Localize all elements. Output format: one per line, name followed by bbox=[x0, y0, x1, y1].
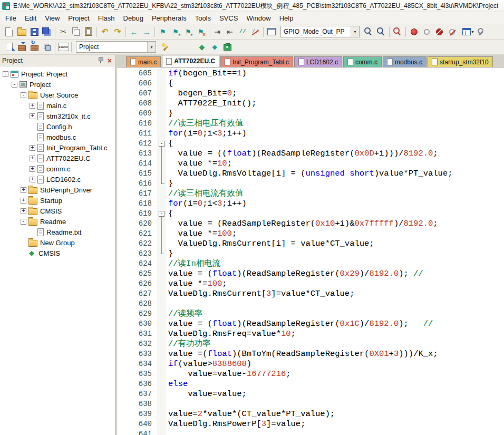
menu-project[interactable]: Project bbox=[64, 13, 93, 23]
bookmark-prev-button[interactable] bbox=[169, 25, 182, 38]
tree-item-stdperiph-driver[interactable]: +StdPeriph_Driver bbox=[0, 185, 115, 195]
code-line-620[interactable]: 620 value = (ReadSampleRegister(0x10+i)&… bbox=[117, 219, 504, 229]
tree-item-readme[interactable]: -Readme bbox=[0, 216, 115, 227]
code-line-631[interactable]: 631ValueDlg.RmsFreq=value*10; bbox=[117, 329, 504, 339]
expand-icon[interactable]: + bbox=[30, 177, 35, 182]
expand-icon[interactable]: + bbox=[21, 187, 26, 193]
code-line-609[interactable]: 609} bbox=[117, 109, 504, 119]
save-all-button[interactable] bbox=[41, 25, 53, 38]
redo-button[interactable] bbox=[111, 25, 124, 38]
collapse-icon[interactable]: - bbox=[3, 71, 8, 77]
tree-item-cmsis[interactable]: +CMSIS bbox=[0, 248, 115, 258]
code-line-622[interactable]: 622 ValueDlg.RmsCurrent[i] = value*CT_va… bbox=[117, 239, 504, 249]
code-line-629[interactable]: 629//读频率 bbox=[117, 309, 504, 319]
expand-icon[interactable]: + bbox=[30, 113, 35, 119]
find-button[interactable] bbox=[375, 25, 387, 38]
menu-peripherals[interactable]: Peripherals bbox=[148, 13, 191, 23]
configure-button[interactable] bbox=[474, 25, 487, 38]
cut-button[interactable] bbox=[57, 25, 70, 38]
navigate-back-button[interactable] bbox=[128, 25, 140, 38]
build-button[interactable] bbox=[15, 41, 28, 53]
code-line-632[interactable]: 632//有功功率 bbox=[117, 339, 504, 349]
tab-modbus-c[interactable]: modbus.c bbox=[383, 56, 427, 67]
open-file-button[interactable] bbox=[15, 25, 28, 38]
code-line-635[interactable]: 635 value=value-16777216; bbox=[117, 369, 504, 379]
multi-project-button[interactable] bbox=[208, 41, 221, 53]
tab-lcd1602-c[interactable]: LCD1602.c bbox=[294, 56, 342, 67]
manage-rte-button[interactable] bbox=[196, 41, 208, 53]
tree-item-modbus-c[interactable]: +modbus.c bbox=[0, 132, 115, 142]
tree-item-lcd1602-c[interactable]: +LCD1602.c bbox=[0, 174, 115, 185]
code-line-640[interactable]: 640ValueDlg.RmsPowerP[3]=value; bbox=[117, 419, 504, 429]
expand-icon[interactable]: + bbox=[30, 166, 35, 172]
enable-disable-breakpoint-button[interactable] bbox=[420, 25, 433, 38]
uncomment-selection-button[interactable] bbox=[249, 25, 261, 38]
insert-breakpoint-button[interactable] bbox=[408, 25, 420, 38]
collapse-icon[interactable]: - bbox=[12, 82, 17, 88]
options-for-target-button[interactable] bbox=[159, 41, 171, 53]
batch-build-button[interactable] bbox=[41, 41, 53, 53]
pack-installer-button[interactable] bbox=[221, 41, 234, 53]
bookmark-next-button[interactable] bbox=[182, 25, 195, 38]
window-layout-button[interactable]: ▾ bbox=[462, 25, 474, 38]
code-line-626[interactable]: 626value *=100; bbox=[117, 279, 504, 289]
paste-button[interactable] bbox=[82, 25, 95, 38]
menu-flash[interactable]: Flash bbox=[94, 13, 119, 23]
tab-main-c[interactable]: main.c bbox=[126, 56, 161, 67]
tab-comm-c[interactable]: comm.c bbox=[343, 56, 382, 67]
target-select-combo[interactable]: Project▾ bbox=[76, 41, 156, 53]
tree-item-project-project[interactable]: -Project: Project bbox=[0, 69, 115, 79]
menu-window[interactable]: Window bbox=[242, 13, 275, 23]
expand-icon[interactable]: + bbox=[21, 198, 26, 204]
disable-all-breakpoints-button[interactable] bbox=[445, 25, 458, 38]
code-line-614[interactable]: 614 value *=10; bbox=[117, 159, 504, 169]
tree-item-cmsis[interactable]: +CMSIS bbox=[0, 206, 115, 216]
menu-edit[interactable]: Edit bbox=[21, 13, 41, 23]
title-bar[interactable]: E:\Me_WORK\A22_stm32f103C8T6_AT7022EU_KF… bbox=[0, 0, 504, 12]
menu-tools[interactable]: Tools bbox=[191, 13, 215, 23]
code-line-615[interactable]: 615 ValueDlg.RmsVoltage[i] = (unsigned s… bbox=[117, 169, 504, 179]
code-line-636[interactable]: 636else bbox=[117, 379, 504, 389]
code-line-641[interactable]: 641 bbox=[117, 429, 504, 435]
tree-item-init-program-tabl-c[interactable]: +Init_Program_Tabl.c bbox=[0, 142, 115, 153]
fold-collapse-icon[interactable]: - bbox=[159, 141, 164, 147]
close-panel-icon[interactable]: × bbox=[106, 57, 113, 64]
code-line-638[interactable]: 638 bbox=[117, 399, 504, 409]
tree-item-comm-c[interactable]: +comm.c bbox=[0, 163, 115, 174]
bookmark-clear-all-button[interactable] bbox=[195, 25, 207, 38]
tree-item-readme-txt[interactable]: +Readme.txt bbox=[0, 227, 115, 237]
menu-debug[interactable]: Debug bbox=[119, 13, 148, 23]
code-line-639[interactable]: 639value=2*value*(CT_value*PT_value); bbox=[117, 409, 504, 419]
code-line-617[interactable]: 617//读三相电流有效值 bbox=[117, 189, 504, 199]
tab-startup-stm32f10[interactable]: startup_stm32f10 bbox=[428, 56, 493, 67]
navigate-forward-button[interactable] bbox=[140, 25, 153, 38]
incremental-find-button[interactable] bbox=[391, 25, 404, 38]
code-line-634[interactable]: 634if(value>8388608) bbox=[117, 359, 504, 369]
code-line-621[interactable]: 621 value *=100; bbox=[117, 229, 504, 239]
target-select-combo-dropdown-icon[interactable]: ▾ bbox=[147, 42, 156, 52]
unindent-button[interactable] bbox=[224, 25, 236, 38]
code-line-606[interactable]: 606{ bbox=[117, 79, 504, 89]
rebuild-button[interactable] bbox=[28, 41, 41, 53]
tree-item-user-source[interactable]: -User Source bbox=[0, 90, 115, 100]
tab-att7022eu-c[interactable]: ATT7022EU.C bbox=[162, 55, 219, 67]
menu-file[interactable]: File bbox=[1, 13, 21, 23]
code-line-628[interactable]: 628 bbox=[117, 299, 504, 309]
code-line-633[interactable]: 633value =(float)(BmToYm(ReadSampleRegis… bbox=[117, 349, 504, 359]
properties-button[interactable] bbox=[265, 25, 278, 38]
tab-init-program-tabl-c[interactable]: Init_Program_Tabl.c bbox=[220, 56, 293, 67]
indent-button[interactable] bbox=[211, 25, 224, 38]
expand-icon[interactable]: + bbox=[30, 103, 35, 109]
code-line-630[interactable]: 630value = (float)(ReadSampleRegister(0x… bbox=[117, 319, 504, 329]
collapse-icon[interactable]: - bbox=[21, 219, 26, 225]
code-line-627[interactable]: 627ValueDlg.RmsCurrent[3]=value*CT_value… bbox=[117, 289, 504, 299]
tree-item-startup[interactable]: +Startup bbox=[0, 195, 115, 206]
code-line-610[interactable]: 610//读三相电压有效值 bbox=[117, 119, 504, 129]
code-line-624[interactable]: 624//读In相电流 bbox=[117, 259, 504, 269]
tree-item-config-h[interactable]: +Config.h bbox=[0, 121, 115, 132]
copy-button[interactable] bbox=[70, 25, 82, 38]
menu-view[interactable]: View bbox=[41, 13, 64, 23]
tree-item-new-group[interactable]: +New Group bbox=[0, 237, 115, 248]
translate-button[interactable] bbox=[3, 41, 15, 53]
tree-item-main-c[interactable]: +main.c bbox=[0, 100, 115, 111]
